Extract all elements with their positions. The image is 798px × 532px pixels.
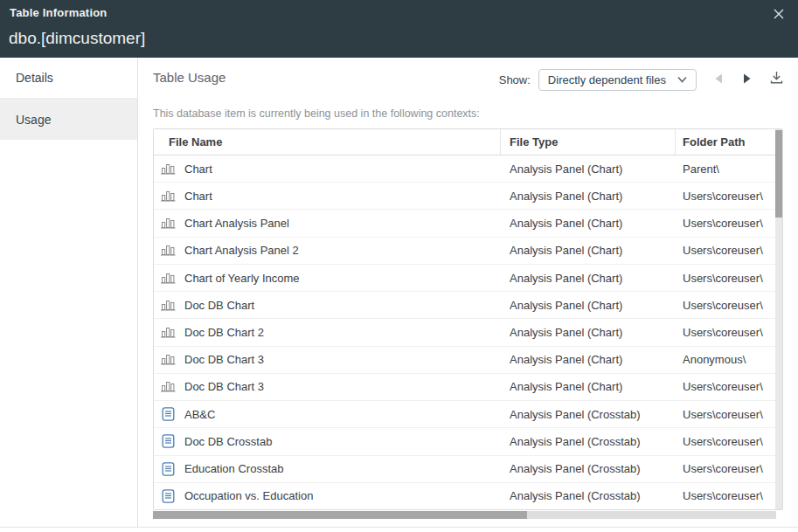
dialog-title: Table Information (10, 6, 108, 19)
show-dropdown[interactable]: Directly dependent files (538, 69, 697, 91)
table-row[interactable]: AB&C Analysis Panel (Crosstab) Users\cor… (154, 400, 782, 427)
folder-path-cell: Users\coreuser\ (676, 190, 782, 203)
table-row[interactable]: Education Crosstab Analysis Panel (Cross… (154, 455, 782, 482)
bar-chart-icon (160, 353, 176, 367)
show-label: Show: (499, 73, 531, 86)
vertical-scrollbar-thumb[interactable] (775, 130, 782, 218)
table-header: File Name File Type Folder Path (154, 129, 782, 155)
file-type-cell: Analysis Panel (Chart) (501, 326, 676, 339)
show-dropdown-value: Directly dependent files (548, 73, 666, 86)
file-type-cell: Analysis Panel (Crosstab) (501, 489, 676, 502)
column-header-folder-path: Folder Path (676, 129, 782, 155)
file-name-cell: Chart of Yearly Income (184, 272, 300, 285)
dialog-titlebar: Table Information dbo.[dimcustomer] (0, 0, 798, 58)
sidebar-item-usage[interactable]: Usage (0, 99, 137, 140)
horizontal-scrollbar-thumb[interactable] (153, 511, 527, 519)
table-row[interactable]: Chart Analysis Panel Analysis Panel (Cha… (154, 209, 782, 236)
sidebar-item-label: Usage (16, 113, 51, 127)
folder-path-cell: Anonymous\ (676, 353, 782, 366)
bar-chart-icon (160, 244, 176, 258)
table-row[interactable]: Chart Analysis Panel 2 Analysis Panel (C… (154, 237, 782, 264)
folder-path-cell: Users\coreuser\ (676, 299, 782, 312)
folder-path-cell: Users\coreuser\ (676, 462, 782, 475)
vertical-scrollbar[interactable] (775, 129, 782, 509)
table-row[interactable]: Chart Analysis Panel (Chart) Users\coreu… (154, 182, 782, 209)
document-icon (160, 489, 176, 503)
folder-path-cell: Users\coreuser\ (676, 326, 782, 339)
table-row[interactable]: Chart of Yearly Income Analysis Panel (C… (154, 264, 782, 291)
usage-table: File Name File Type Folder Path Chart An… (153, 128, 783, 510)
table-information-dialog: Table Information dbo.[dimcustomer] Deta… (0, 0, 798, 532)
table-name-subtitle: dbo.[dimcustomer] (9, 29, 145, 48)
download-icon (770, 71, 783, 88)
folder-path-cell: Users\coreuser\ (676, 272, 782, 285)
bar-chart-icon (160, 217, 176, 231)
file-type-cell: Analysis Panel (Crosstab) (501, 462, 676, 475)
file-name-cell: Chart (184, 162, 212, 176)
pager (713, 74, 752, 85)
folder-path-cell: Parent\ (676, 162, 782, 176)
file-type-cell: Analysis Panel (Chart) (501, 190, 676, 203)
file-type-cell: Analysis Panel (Chart) (501, 244, 676, 257)
dialog-body: Details Usage Table Usage Show: Directly… (0, 58, 798, 527)
file-name-cell: Doc DB Chart (184, 299, 254, 312)
document-icon (160, 407, 176, 421)
bar-chart-icon (160, 162, 176, 176)
file-type-cell: Analysis Panel (Chart) (501, 380, 676, 393)
column-header-file-name: File Name (154, 129, 501, 155)
file-name-cell: Doc DB Chart 3 (184, 353, 264, 366)
table-row[interactable]: Doc DB Chart Analysis Panel (Chart) User… (154, 291, 782, 318)
horizontal-scrollbar[interactable] (153, 511, 783, 519)
next-page-button[interactable] (741, 74, 752, 85)
dialog-bottom-border (0, 527, 798, 528)
chevron-down-icon (677, 76, 687, 83)
table-row[interactable]: Doc DB Chart 3 Analysis Panel (Chart) An… (154, 346, 782, 373)
panel-title: Table Usage (153, 70, 226, 85)
document-icon (160, 462, 176, 476)
previous-page-button[interactable] (713, 74, 724, 85)
sidebar-item-label: Details (16, 71, 53, 85)
bar-chart-icon (160, 271, 176, 285)
file-name-cell: Chart Analysis Panel 2 (184, 244, 299, 257)
scrollbar-corner (776, 511, 783, 519)
file-name-cell: Education Crosstab (184, 462, 283, 475)
file-type-cell: Analysis Panel (Crosstab) (501, 408, 676, 421)
column-header-file-type: File Type (501, 129, 676, 155)
folder-path-cell: Users\coreuser\ (676, 408, 782, 421)
bar-chart-icon (160, 380, 176, 394)
file-name-cell: Chart Analysis Panel (184, 217, 289, 230)
table-row[interactable]: Occupation vs. Education Analysis Panel … (154, 482, 782, 509)
arrow-right-icon (743, 72, 751, 87)
file-name-cell: Chart (184, 190, 212, 203)
usage-description: This database item is currently being us… (153, 107, 480, 120)
bar-chart-icon (160, 189, 176, 203)
bar-chart-icon (160, 298, 176, 312)
close-icon (773, 8, 785, 24)
file-name-cell: Doc DB Crosstab (184, 435, 272, 448)
sidebar: Details Usage (0, 58, 138, 527)
table-row[interactable]: Doc DB Crosstab Analysis Panel (Crosstab… (154, 427, 782, 454)
folder-path-cell: Users\coreuser\ (676, 489, 782, 502)
close-button[interactable] (771, 8, 787, 24)
file-type-cell: Analysis Panel (Chart) (501, 217, 676, 230)
folder-path-cell: Users\coreuser\ (676, 217, 782, 230)
table-row[interactable]: Chart Analysis Panel (Chart) Parent\ (154, 155, 782, 182)
usage-panel: Table Usage Show: Directly dependent fil… (138, 58, 798, 527)
file-name-cell: Doc DB Chart 3 (184, 380, 264, 393)
file-name-cell: AB&C (184, 408, 215, 421)
file-type-cell: Analysis Panel (Chart) (501, 353, 676, 366)
table-row[interactable]: Doc DB Chart 3 Analysis Panel (Chart) Us… (154, 373, 782, 400)
document-icon (160, 434, 176, 448)
folder-path-cell: Users\coreuser\ (676, 244, 782, 257)
folder-path-cell: Users\coreuser\ (676, 435, 782, 448)
bar-chart-icon (160, 326, 176, 340)
table-body: Chart Analysis Panel (Chart) Parent\ Cha… (154, 155, 782, 509)
file-type-cell: Analysis Panel (Chart) (501, 272, 676, 285)
sidebar-item-details[interactable]: Details (0, 58, 137, 99)
toolbar: Show: Directly dependent files (499, 68, 783, 91)
file-type-cell: Analysis Panel (Chart) (501, 162, 676, 176)
arrow-left-icon (715, 72, 723, 87)
file-name-cell: Doc DB Chart 2 (184, 326, 264, 339)
table-row[interactable]: Doc DB Chart 2 Analysis Panel (Chart) Us… (154, 318, 782, 345)
download-button[interactable] (769, 73, 783, 87)
